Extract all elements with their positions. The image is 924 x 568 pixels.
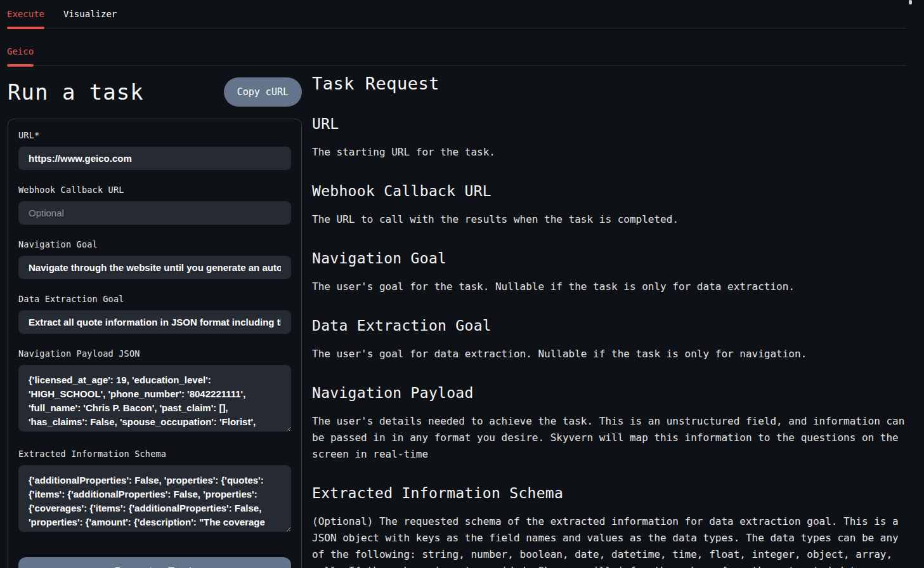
doc-heading: Navigation Goal xyxy=(312,250,911,267)
run-task-panel: Run a task Copy cURL URL* Webhook Callba… xyxy=(8,66,302,568)
scrollbar-thumb[interactable] xyxy=(909,0,912,4)
task-request-docs: Task Request URL The starting URL for th… xyxy=(312,66,911,568)
doc-section-url: URL The starting URL for the task. xyxy=(312,116,911,161)
navigation-payload-json-textarea[interactable]: {'licensed_at_age': 19, 'education_level… xyxy=(18,365,291,432)
doc-section-webhook-callback-url: Webhook Callback URL The URL to call wit… xyxy=(312,183,911,228)
navigation-payload-json-field: Navigation Payload JSON {'licensed_at_ag… xyxy=(18,348,291,434)
url-field: URL* xyxy=(18,130,291,170)
doc-body: (Optional) The requested schema of the e… xyxy=(312,513,911,568)
url-field-label: URL* xyxy=(18,130,291,140)
tab-geico[interactable]: Geico xyxy=(7,46,34,65)
webhook-callback-url-field: Webhook Callback URL xyxy=(18,185,291,225)
main-tabbar: Execute Visualizer xyxy=(7,0,907,29)
task-form-card: URL* Webhook Callback URL Navigation Goa… xyxy=(8,119,302,568)
navigation-goal-field: Navigation Goal xyxy=(18,239,291,279)
doc-heading: Extracted Information Schema xyxy=(312,485,911,501)
navigation-goal-label: Navigation Goal xyxy=(18,239,291,249)
sub-tabbar: Geico xyxy=(7,29,907,66)
navigation-payload-json-label: Navigation Payload JSON xyxy=(18,348,291,359)
copy-curl-button[interactable]: Copy cURL xyxy=(224,77,302,107)
execute-task-button[interactable]: Execute Task xyxy=(18,557,291,568)
doc-section-navigation-payload: Navigation Payload The user's details ne… xyxy=(312,385,911,463)
extracted-information-schema-label: Extracted Information Schema xyxy=(18,449,291,459)
data-extraction-goal-label: Data Extraction Goal xyxy=(18,294,291,304)
docs-title: Task Request xyxy=(312,74,911,93)
doc-body: The user's goal for data extraction. Nul… xyxy=(312,346,911,362)
doc-section-extracted-information-schema: Extracted Information Schema (Optional) … xyxy=(312,485,911,568)
data-extraction-goal-input[interactable] xyxy=(18,310,291,334)
doc-body: The starting URL for the task. xyxy=(312,144,911,161)
url-input[interactable] xyxy=(18,147,291,170)
webhook-callback-url-input[interactable] xyxy=(18,201,291,225)
doc-heading: Webhook Callback URL xyxy=(312,183,911,199)
doc-heading: URL xyxy=(312,116,911,132)
doc-body: The user's goal for the task. Nullable i… xyxy=(312,279,911,295)
main-content: Run a task Copy cURL URL* Webhook Callba… xyxy=(0,66,924,568)
doc-section-navigation-goal: Navigation Goal The user's goal for the … xyxy=(312,250,911,295)
webhook-callback-url-label: Webhook Callback URL xyxy=(18,185,291,195)
tab-execute[interactable]: Execute xyxy=(7,9,44,28)
data-extraction-goal-field: Data Extraction Goal xyxy=(18,294,291,334)
doc-section-data-extraction-goal: Data Extraction Goal The user's goal for… xyxy=(312,317,911,362)
run-task-header: Run a task Copy cURL xyxy=(8,76,302,108)
navigation-goal-input[interactable] xyxy=(18,256,291,279)
doc-heading: Navigation Payload xyxy=(312,385,911,401)
page-title: Run a task xyxy=(8,79,144,105)
tab-visualizer[interactable]: Visualizer xyxy=(63,9,117,28)
doc-heading: Data Extraction Goal xyxy=(312,317,911,334)
extracted-information-schema-field: Extracted Information Schema {'additiona… xyxy=(18,449,291,534)
doc-body: The URL to call with the results when th… xyxy=(312,211,911,228)
doc-body: The user's details needed to achieve the… xyxy=(312,413,911,463)
extracted-information-schema-textarea[interactable]: {'additionalProperties': False, 'propert… xyxy=(18,465,291,532)
